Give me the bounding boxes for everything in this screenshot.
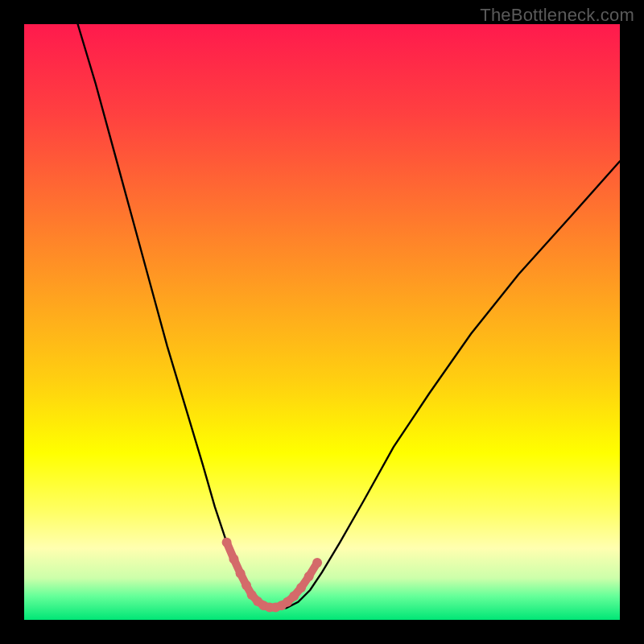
watermark-text: TheBottleneck.com (480, 5, 634, 26)
valley-highlight-dot (222, 538, 232, 547)
curve-svg (24, 24, 620, 620)
chart-frame: TheBottleneck.com (0, 0, 644, 644)
bottleneck-curve (78, 24, 620, 608)
valley-highlight-dot (296, 583, 306, 592)
plot-area (24, 24, 620, 620)
valley-highlight (222, 538, 323, 613)
valley-highlight-dot (289, 591, 299, 601)
valley-highlight-dot (229, 555, 239, 564)
valley-highlight-dot (312, 558, 322, 568)
valley-highlight-dot (236, 568, 246, 578)
valley-highlight-dot (242, 580, 251, 590)
valley-highlight-dot (304, 572, 314, 581)
